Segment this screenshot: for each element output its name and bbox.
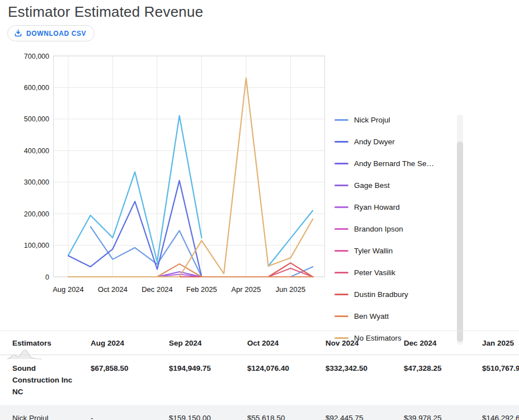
table-row: Nick Projul-$159,150.00$55,618.50$92,445… bbox=[0, 405, 519, 420]
revenue-value-cell: $159,150.00 bbox=[169, 405, 247, 420]
revenue-value-cell: $124,076.40 bbox=[247, 355, 325, 405]
table-header-cell: Aug 2024 bbox=[91, 331, 169, 355]
table-header-row: EstimatorsAug 2024Sep 2024Oct 2024Nov 20… bbox=[0, 331, 519, 355]
legend-label: Dustin Bradbury bbox=[354, 290, 408, 299]
legend-label: Andy Bernard The Se… bbox=[354, 159, 434, 168]
legend-item-nick-projul[interactable]: Nick Projul bbox=[334, 109, 453, 131]
download-icon bbox=[14, 29, 22, 37]
legend-item-andy-bernard-the-se[interactable]: Andy Bernard The Se… bbox=[334, 153, 453, 174]
legend-item-ryan-howard[interactable]: Ryan Howard bbox=[334, 196, 453, 218]
legend-label: Ben Wyatt bbox=[354, 312, 389, 320]
y-axis-label: 400,000 bbox=[24, 147, 49, 155]
chart-plot-area: 0100,000200,000300,000400,000500,000600,… bbox=[0, 53, 331, 302]
legend-label: Tyler Wallin bbox=[354, 247, 393, 255]
page-title: Estimator Estimated Revenue bbox=[8, 3, 203, 21]
download-csv-button[interactable]: DOWNLOAD CSV bbox=[7, 25, 95, 41]
legend-label: Ryan Howard bbox=[354, 203, 400, 211]
legend-label: Andy Dwyer bbox=[354, 138, 395, 146]
legend-label: Gage Best bbox=[354, 181, 390, 190]
y-axis-label: 700,000 bbox=[24, 53, 49, 60]
x-axis-label: Oct 2024 bbox=[98, 285, 128, 294]
legend-item-ben-wyatt[interactable]: Ben Wyatt bbox=[334, 305, 453, 327]
estimator-name-cell: Sound Construction Inc NC bbox=[12, 355, 91, 405]
legend-swatch bbox=[334, 163, 348, 164]
revenue-value-cell: $47,328.25 bbox=[404, 355, 482, 405]
table-header-cell: Oct 2024 bbox=[247, 331, 325, 355]
legend-swatch bbox=[334, 228, 348, 230]
legend-swatch bbox=[334, 141, 348, 143]
download-button-label: DOWNLOAD CSV bbox=[26, 30, 86, 37]
legend-scrollbar[interactable] bbox=[457, 115, 463, 345]
y-axis-label: 600,000 bbox=[24, 84, 49, 92]
legend-label: Peter Vasilik bbox=[354, 268, 395, 277]
estimator-name-cell: Nick Projul bbox=[12, 405, 91, 420]
estimators-table: EstimatorsAug 2024Sep 2024Oct 2024Nov 20… bbox=[0, 331, 519, 420]
legend-item-andy-dwyer[interactable]: Andy Dwyer bbox=[334, 131, 453, 153]
y-axis-label: 100,000 bbox=[24, 242, 49, 249]
line-chart: 0100,000200,000300,000400,000500,000600,… bbox=[0, 53, 519, 310]
revenue-value-cell: $67,858.50 bbox=[91, 355, 169, 405]
revenue-value-cell: $39,978.25 bbox=[404, 405, 482, 420]
x-axis-label: Feb 2025 bbox=[186, 285, 217, 294]
legend-label: Brandon Ipson bbox=[354, 225, 403, 233]
revenue-value-cell: $510,767.9 bbox=[482, 355, 519, 405]
y-axis-label: 300,000 bbox=[24, 178, 49, 186]
y-axis-label: 0 bbox=[45, 273, 49, 281]
x-axis-label: Apr 2025 bbox=[232, 285, 261, 294]
legend-item-peter-vasilik[interactable]: Peter Vasilik bbox=[334, 262, 453, 284]
table-row: Sound Construction Inc NC$67,858.50$194,… bbox=[0, 355, 519, 405]
legend-swatch bbox=[334, 206, 348, 208]
legend-item-tyler-wallin[interactable]: Tyler Wallin bbox=[334, 240, 453, 262]
x-axis-label: Dec 2024 bbox=[141, 285, 173, 294]
legend-scrollbar-thumb[interactable] bbox=[457, 141, 463, 342]
page: Estimator Estimated Revenue DOWNLOAD CSV… bbox=[0, 0, 519, 420]
y-axis-label: 500,000 bbox=[24, 115, 49, 123]
revenue-value-cell: - bbox=[91, 405, 169, 420]
table-header-cell: Dec 2024 bbox=[404, 331, 482, 355]
legend-swatch bbox=[334, 185, 348, 186]
legend-item-gage-best[interactable]: Gage Best bbox=[334, 174, 453, 196]
revenue-value-cell: $92,445.75 bbox=[325, 405, 404, 420]
x-axis-label: Jun 2025 bbox=[276, 285, 306, 294]
legend-item-dustin-bradbury[interactable]: Dustin Bradbury bbox=[334, 284, 453, 305]
revenue-value-cell: $332,342.50 bbox=[325, 355, 404, 405]
legend-swatch bbox=[334, 272, 348, 273]
chart-legend: Nick ProjulAndy DwyerAndy Bernard The Se… bbox=[334, 109, 453, 349]
legend-item-brandon-ipson[interactable]: Brandon Ipson bbox=[334, 218, 453, 240]
legend-swatch bbox=[334, 119, 348, 121]
legend-swatch bbox=[334, 250, 348, 252]
table-header-cell: Jan 2025 bbox=[482, 331, 519, 355]
table-header-cell: Estimators bbox=[12, 331, 91, 355]
table-header-cell: Nov 2024 bbox=[325, 331, 404, 355]
legend-swatch bbox=[334, 315, 348, 317]
legend-swatch bbox=[334, 294, 348, 295]
revenue-value-cell: $146,292.6 bbox=[482, 405, 519, 420]
revenue-value-cell: $55,618.50 bbox=[247, 405, 325, 420]
series-line-sound-construction-inc-nc bbox=[68, 116, 313, 266]
y-axis-label: 200,000 bbox=[24, 210, 49, 218]
series-line-andy-dwyer bbox=[68, 181, 313, 277]
x-axis-label: Aug 2024 bbox=[53, 285, 84, 294]
table-header-cell: Sep 2024 bbox=[169, 331, 247, 355]
revenue-value-cell: $194,949.75 bbox=[169, 355, 247, 405]
legend-label: Nick Projul bbox=[354, 116, 390, 124]
